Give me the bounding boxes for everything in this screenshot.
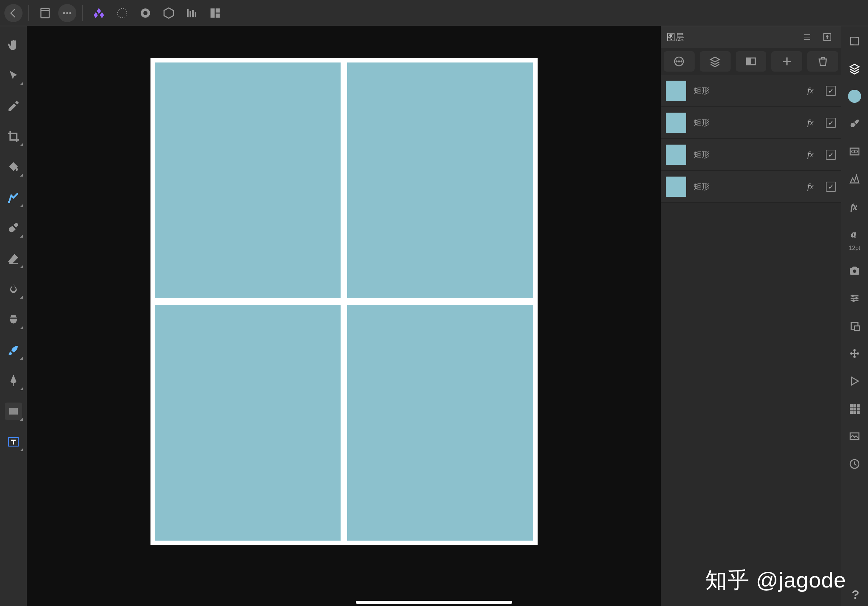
svg-point-29 <box>852 295 854 297</box>
selection-brush-tool[interactable] <box>5 342 22 359</box>
rectangle-shape[interactable] <box>347 305 533 541</box>
separator <box>82 5 83 21</box>
transform-studio-icon[interactable] <box>846 317 863 334</box>
home-indicator <box>356 601 512 604</box>
layer-row[interactable]: 矩形 fx ✓ <box>661 107 841 139</box>
channels-studio-icon[interactable] <box>846 143 863 160</box>
svg-rect-41 <box>854 411 856 414</box>
document-button[interactable] <box>35 3 55 23</box>
visibility-checkbox[interactable]: ✓ <box>826 150 836 160</box>
swatches-studio-icon[interactable] <box>846 400 863 417</box>
camera-studio-icon[interactable] <box>846 262 863 279</box>
svg-point-10 <box>8 201 10 203</box>
navigator-studio-icon[interactable] <box>846 345 863 362</box>
svg-rect-40 <box>850 411 853 414</box>
svg-point-15 <box>676 61 677 62</box>
artboard[interactable] <box>150 58 538 545</box>
layers-studio-icon[interactable] <box>846 60 863 77</box>
studio-sidebar: fx a 12pt <box>841 26 868 606</box>
visibility-checkbox[interactable]: ✓ <box>826 118 836 128</box>
svg-rect-42 <box>857 411 860 414</box>
layer-row[interactable]: 矩形 fx ✓ <box>661 171 841 203</box>
layer-name: 矩形 <box>693 181 800 192</box>
layer-thumb <box>666 145 686 165</box>
panel-title: 图层 <box>666 31 795 43</box>
back-button[interactable] <box>5 4 23 22</box>
fx-icon[interactable]: fx <box>807 86 814 96</box>
move-tool[interactable] <box>5 67 22 84</box>
develop-persona-button[interactable] <box>135 3 156 23</box>
top-toolbar <box>0 0 868 26</box>
expand-icon[interactable] <box>846 33 863 49</box>
adjustments-studio-icon[interactable] <box>846 290 863 307</box>
histogram-studio-icon[interactable] <box>846 171 863 187</box>
crop-tool[interactable] <box>5 128 22 145</box>
layer-options-button[interactable] <box>664 51 694 71</box>
add-layer-button[interactable] <box>771 51 802 71</box>
panel-ops <box>661 48 841 75</box>
svg-rect-37 <box>850 408 853 410</box>
list-view-button[interactable] <box>799 29 815 45</box>
layer-name: 矩形 <box>693 149 800 160</box>
text-studio-icon[interactable]: a <box>846 226 863 243</box>
color-picker-tool[interactable] <box>5 97 22 115</box>
assets-studio-icon[interactable] <box>846 428 863 445</box>
erase-tool[interactable] <box>5 250 22 267</box>
merge-button[interactable] <box>700 51 731 71</box>
canvas-area[interactable] <box>27 26 661 606</box>
layers-panel: 图层 矩形 fx ✓ 矩形 <box>661 26 841 606</box>
visibility-checkbox[interactable]: ✓ <box>826 182 836 192</box>
panel-header: 图层 <box>661 26 841 48</box>
hand-tool[interactable] <box>5 36 22 54</box>
history-studio-icon[interactable] <box>846 456 863 472</box>
burn-tool[interactable] <box>5 280 22 298</box>
layer-thumb <box>666 113 686 133</box>
rectangle-shape[interactable] <box>155 305 341 541</box>
play-studio-icon[interactable] <box>846 373 863 390</box>
rectangle-shape[interactable] <box>347 62 533 298</box>
svg-point-6 <box>143 11 147 15</box>
svg-rect-38 <box>854 408 856 410</box>
export-persona-button[interactable] <box>182 3 202 23</box>
other-persona-button[interactable] <box>205 3 225 23</box>
fill-tool[interactable] <box>5 158 22 176</box>
mask-button[interactable] <box>736 51 767 71</box>
svg-point-17 <box>681 61 682 62</box>
svg-rect-34 <box>850 404 853 407</box>
rectangle-tool[interactable] <box>5 402 22 420</box>
clone-tool[interactable] <box>5 311 22 328</box>
visibility-checkbox[interactable]: ✓ <box>826 86 836 96</box>
text-tool[interactable] <box>5 433 22 450</box>
layer-row[interactable]: 矩形 fx ✓ <box>661 139 841 171</box>
layer-thumb <box>666 80 686 101</box>
rectangle-shape[interactable] <box>155 62 341 298</box>
svg-point-1 <box>63 12 65 14</box>
fx-icon[interactable]: fx <box>807 150 814 159</box>
svg-point-3 <box>70 12 71 14</box>
svg-rect-20 <box>851 37 858 45</box>
fx-icon[interactable]: fx <box>807 118 814 128</box>
svg-rect-9 <box>215 14 220 17</box>
delete-layer-button[interactable] <box>807 51 838 71</box>
pen-tool[interactable] <box>5 372 22 390</box>
color-studio-icon[interactable] <box>846 88 863 105</box>
fx-studio-icon[interactable]: fx <box>846 198 863 215</box>
tonemap-persona-button[interactable] <box>158 3 179 23</box>
pin-button[interactable] <box>819 29 835 45</box>
svg-rect-28 <box>853 267 857 269</box>
svg-rect-39 <box>857 408 860 410</box>
layer-row[interactable]: 矩形 fx ✓ <box>661 75 841 107</box>
svg-rect-7 <box>211 8 214 18</box>
liquify-persona-button[interactable] <box>112 3 132 23</box>
svg-text:a: a <box>851 229 856 240</box>
more-button[interactable] <box>58 4 76 22</box>
inpaint-tool[interactable] <box>5 189 22 206</box>
help-button[interactable]: ? <box>852 587 859 601</box>
svg-text:fx: fx <box>851 202 857 212</box>
photo-persona-button[interactable] <box>89 3 109 23</box>
fx-icon[interactable]: fx <box>807 182 814 192</box>
brush-studio-icon[interactable] <box>846 116 863 132</box>
layer-name: 矩形 <box>693 117 800 128</box>
font-size-label: 12pt <box>849 245 860 251</box>
paint-brush-tool[interactable] <box>5 220 22 237</box>
